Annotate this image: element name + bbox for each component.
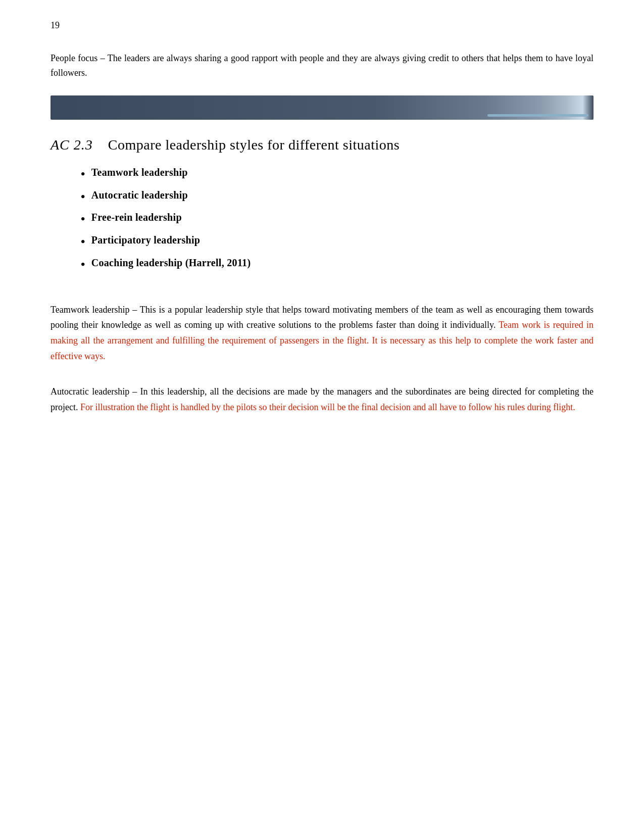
section-heading-prefix: AC 2.3 xyxy=(51,137,93,153)
intro-paragraph: People focus – The leaders are always sh… xyxy=(51,51,593,80)
autocratic-paragraph: Autocratic leadership – In this leadersh… xyxy=(51,384,593,415)
list-item-coaching-text: Coaching leadership (Harrell, 2011) xyxy=(91,257,251,269)
list-item-teamwork-text: Teamwork leadership xyxy=(91,167,188,178)
list-item-autocratic: Autocratic leadership xyxy=(81,189,593,204)
teamwork-paragraph: Teamwork leadership – This is a popular … xyxy=(51,302,593,364)
list-item-participatory: Participatory leadership xyxy=(81,234,593,249)
autocratic-paragraph-section: Autocratic leadership – In this leadersh… xyxy=(51,384,593,415)
autocratic-red-text: For illustration the flight is handled b… xyxy=(78,402,575,412)
leadership-styles-list: Teamwork leadership Autocratic leadershi… xyxy=(81,167,593,272)
list-item-coaching: Coaching leadership (Harrell, 2011) xyxy=(81,257,593,272)
page-number: 19 xyxy=(51,20,593,31)
list-item-teamwork: Teamwork leadership xyxy=(81,167,593,181)
list-item-autocratic-text: Autocratic leadership xyxy=(91,189,188,201)
section-heading-main: Compare leadership styles for different … xyxy=(108,137,400,153)
page-container: 19 People focus – The leaders are always… xyxy=(0,0,644,834)
list-item-participatory-text: Participatory leadership xyxy=(91,234,201,246)
teamwork-paragraph-section: Teamwork leadership – This is a popular … xyxy=(51,302,593,364)
list-item-freerein-text: Free-rein leadership xyxy=(91,212,182,223)
section-divider-bar xyxy=(51,95,593,120)
section-heading: AC 2.3 Compare leadership styles for dif… xyxy=(51,135,593,155)
list-item-freerein: Free-rein leadership xyxy=(81,212,593,226)
